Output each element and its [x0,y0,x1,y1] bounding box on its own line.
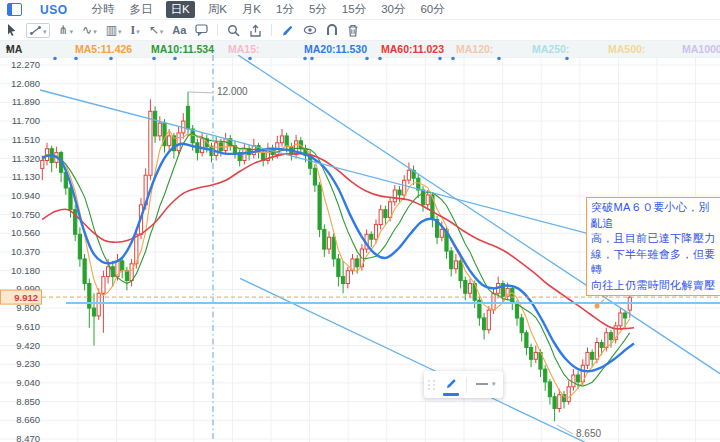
event-dot[interactable] [152,57,156,61]
y-axis-label: 10.560 [11,227,40,238]
y-axis-label: 11.700 [12,115,40,126]
event-dot[interactable] [438,57,442,61]
tab-多日[interactable]: 多日 [130,2,153,17]
event-dot[interactable] [451,57,455,61]
divider [271,24,272,36]
zoom-tool-icon[interactable] [227,24,240,37]
annotation-line: 向往上仍需時間化解賣壓 [591,278,719,294]
tab-30分[interactable]: 30分 [381,2,405,17]
divider [466,377,467,393]
tab-日K[interactable]: 日K [166,1,195,18]
tab-60分[interactable]: 60分 [420,2,444,17]
pencil-icon[interactable] [441,374,461,396]
low-price-label: 8.650 [576,428,601,439]
text-tool-icon[interactable]: Aa [172,25,186,36]
tab-5分[interactable]: 5分 [309,2,327,17]
y-axis-label: 10.180 [11,265,40,276]
y-axis-label: 12.080 [11,78,40,89]
wave-tool-icon[interactable]: ∿▾ [82,24,97,36]
y-axis-label: 12.270 [11,59,40,70]
drag-handle-icon[interactable] [428,380,436,390]
annotation-line: 高，且目前已達下降壓力 [591,231,719,247]
event-dot[interactable] [378,57,382,61]
y-axis-label: 10.940 [11,190,40,201]
event-dot[interactable] [497,57,501,61]
arrow-tool-icon[interactable]: ↖▾ [149,24,164,36]
y-axis-label: 8.470 [16,433,40,442]
comment-tool-icon[interactable] [195,24,208,36]
annotation-line: 突破MA６０要小心，別亂追 [591,200,719,231]
event-dot[interactable] [173,57,177,61]
peak-price-label: 12.000 [217,86,248,97]
y-axis-label: 9.040 [16,377,40,388]
event-dot[interactable] [365,57,369,61]
tab-周K[interactable]: 周K [208,2,227,17]
pattern-tool-icon[interactable]: ▥▾ [106,24,122,36]
trading-app: { "topbar": { "symbol": "USO", "tabs": [… [0,0,720,442]
y-axis-label: 8.850 [16,396,40,407]
cursor-icon[interactable] [6,24,17,37]
magnet-icon[interactable] [326,24,338,36]
tab-月K[interactable]: 月K [242,2,261,17]
drawing-toolbar: ▾⋔▾∿▾▥▾I▾↖▾Aa [0,20,720,41]
y-axis-label: 11.130 [12,171,40,182]
annotation-anchor-dot[interactable] [595,304,600,309]
y-axis-label: 9.420 [16,340,40,351]
event-dot[interactable] [248,57,252,61]
trendline-tool-icon[interactable]: ▾ [26,23,50,38]
y-axis-label: 8.660 [16,414,40,425]
y-axis-label: 11.510 [12,134,40,145]
panel-toggle-icon[interactable] [7,3,22,16]
floating-draw-toolbar: ▾ [424,371,503,398]
event-dot[interactable] [303,57,307,61]
line-segment-icon[interactable]: ▾ [472,374,499,396]
y-axis-label: 9.610 [16,321,40,332]
event-dot[interactable] [310,57,314,61]
tab-1分[interactable]: 1分 [276,2,294,17]
annotation-line: 線，下半年雖會多，但要轉 [591,247,719,278]
export-tool-icon[interactable] [249,24,262,37]
y-axis-label: 10.370 [11,246,40,257]
event-dot[interactable] [565,57,569,61]
current-price-tag-text: 9.912 [14,292,38,303]
y-axis-label: 9.230 [16,358,40,369]
draw-mode-icon[interactable] [281,24,294,37]
tab-分時[interactable]: 分時 [92,2,115,17]
visibility-icon[interactable] [303,24,317,36]
divider [217,24,218,36]
delete-icon[interactable] [347,24,359,37]
top-bar: USO 分時多日日K周K月K1分5分15分30分60分 [0,0,720,20]
tab-15分[interactable]: 15分 [342,2,366,17]
symbol-label[interactable]: USO [40,3,68,17]
annotation-note[interactable]: 突破MA６０要小心，別亂追高，且目前已達下降壓力線，下半年雖會多，但要轉向往上仍… [586,197,720,296]
pitchfork-tool-icon[interactable]: ⋔▾ [59,24,74,36]
ruler-tool-icon[interactable]: I▾ [131,24,140,36]
event-dot[interactable] [74,57,78,61]
y-axis-label: 11.890 [12,96,40,107]
event-dot[interactable] [109,57,113,61]
y-axis-label: 10.750 [11,209,40,220]
event-dot[interactable] [53,57,57,61]
y-axis-label: 11.320 [12,153,40,164]
timeframe-tabs: 分時多日日K周K月K1分5分15分30分60分 [92,1,445,18]
